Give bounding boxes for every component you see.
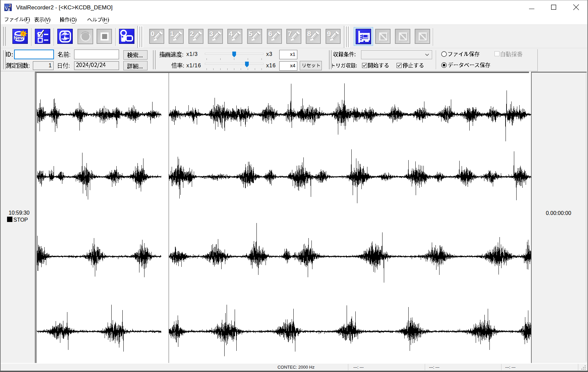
svg-text:4: 4 xyxy=(229,30,233,38)
svg-text:3: 3 xyxy=(210,30,214,38)
svg-text:1: 1 xyxy=(170,30,174,38)
svg-text:0: 0 xyxy=(151,30,155,38)
svg-text:8: 8 xyxy=(307,30,311,38)
svg-text:2: 2 xyxy=(9,3,11,8)
svg-text:7: 7 xyxy=(288,30,292,38)
svg-text:5: 5 xyxy=(249,30,253,38)
svg-text:9: 9 xyxy=(327,30,331,38)
svg-text:6: 6 xyxy=(269,30,273,38)
svg-text:2: 2 xyxy=(190,30,194,38)
